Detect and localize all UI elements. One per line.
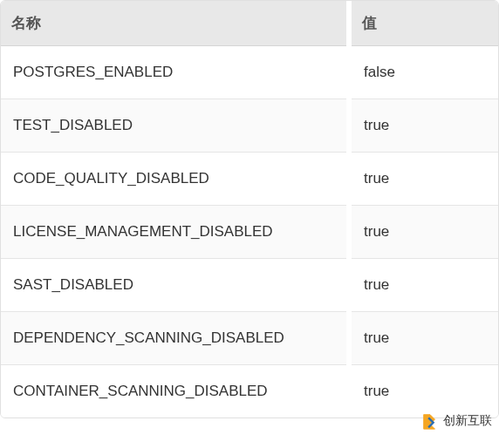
table-header-row: 名称 值 bbox=[1, 1, 498, 46]
cell-name: DEPENDENCY_SCANNING_DISABLED bbox=[1, 312, 349, 365]
cell-value: true bbox=[349, 365, 498, 418]
cell-value: true bbox=[349, 99, 498, 153]
table-row: LICENSE_MANAGEMENT_DISABLED true bbox=[1, 206, 498, 259]
cell-value: true bbox=[349, 259, 498, 312]
cell-value: false bbox=[349, 46, 498, 99]
table-row: POSTGRES_ENABLED false bbox=[1, 46, 498, 99]
table-row: CONTAINER_SCANNING_DISABLED true bbox=[1, 365, 498, 418]
cell-name: CONTAINER_SCANNING_DISABLED bbox=[1, 365, 349, 418]
cell-name: CODE_QUALITY_DISABLED bbox=[1, 153, 349, 206]
table-row: CODE_QUALITY_DISABLED true bbox=[1, 153, 498, 206]
table-row: DEPENDENCY_SCANNING_DISABLED true bbox=[1, 312, 498, 365]
column-header-value: 值 bbox=[349, 1, 498, 46]
cell-name: LICENSE_MANAGEMENT_DISABLED bbox=[1, 206, 349, 259]
cell-name: TEST_DISABLED bbox=[1, 99, 349, 153]
table-row: TEST_DISABLED true bbox=[1, 99, 498, 153]
cell-name: POSTGRES_ENABLED bbox=[1, 46, 349, 99]
cell-value: true bbox=[349, 312, 498, 365]
cell-value: true bbox=[349, 153, 498, 206]
table-row: SAST_DISABLED true bbox=[1, 259, 498, 312]
table-body: POSTGRES_ENABLED false TEST_DISABLED tru… bbox=[1, 46, 498, 418]
cell-value: true bbox=[349, 206, 498, 259]
cell-name: SAST_DISABLED bbox=[1, 259, 349, 312]
config-table-container: 名称 值 POSTGRES_ENABLED false TEST_DISABLE… bbox=[0, 0, 499, 418]
config-table: 名称 值 POSTGRES_ENABLED false TEST_DISABLE… bbox=[1, 1, 498, 417]
column-header-name: 名称 bbox=[1, 1, 349, 46]
